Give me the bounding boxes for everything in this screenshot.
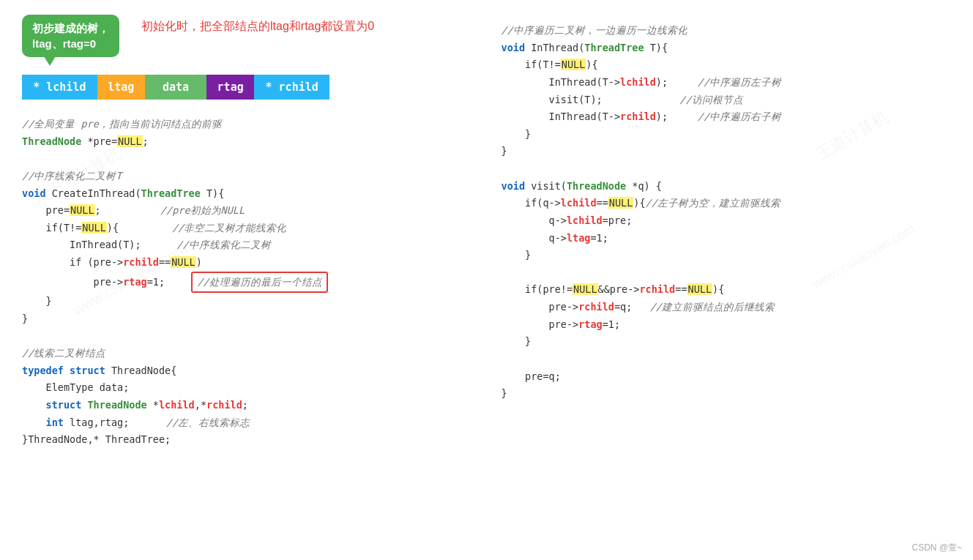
r-blank2: [502, 264, 952, 282]
r-line13: if(pre!=NULL&&pre->rchild==NULL){: [502, 281, 952, 299]
cell-ltag: ltag: [97, 75, 145, 100]
code-comment6: //线索二叉树结点: [22, 345, 472, 362]
code-line11: ElemType data;: [22, 379, 472, 397]
code-line3: pre=NULL; //pre初始为NULL: [22, 202, 472, 220]
left-panel: 王道计算机 www.cskaoyan.com 初步建成的树， ltag、rtag…: [22, 15, 472, 545]
r-blank1: [502, 160, 952, 178]
right-code: //中序遍历二叉树，一边遍历一边线索化 void InThread(Thread…: [502, 22, 952, 403]
code-line10: typedef struct ThreadNode{: [22, 362, 472, 380]
r-line7: }: [502, 143, 952, 160]
bubble-line2: ltag、rtag=0: [32, 37, 96, 50]
csdn-badge: CSDN @萱~: [912, 542, 962, 554]
left-code: //全局变量 pre，指向当前访问结点的前驱 ThreadNode *pre=N…: [22, 116, 472, 449]
code-line9: }: [22, 310, 472, 328]
bubble: 初步建成的树， ltag、rtag=0: [22, 15, 119, 57]
r-line17: pre=q;: [502, 368, 952, 386]
bubble-row: 初步建成的树， ltag、rtag=0 初始化时，把全部结点的ltag和rtag…: [22, 15, 472, 63]
r-line15: pre->rtag=1;: [502, 316, 952, 334]
bubble-line1: 初步建成的树，: [32, 22, 109, 34]
r-line4: visit(T); //访问根节点: [502, 92, 952, 109]
r-line10: q->lchild=pre;: [502, 212, 952, 230]
code-comment2: //中序线索化二叉树T: [22, 168, 472, 185]
r-line8: void visit(ThreadNode *q) {: [502, 178, 952, 195]
r-line16: }: [502, 333, 952, 351]
cell-lchild: * lchild: [22, 75, 97, 100]
code-line8: }: [22, 293, 472, 310]
r-line18: }: [502, 385, 952, 403]
r-blank3: [502, 351, 952, 368]
cell-rchild: * rchild: [254, 75, 329, 100]
code-line2: void CreateInThread(ThreadTree T){: [22, 185, 472, 203]
code-blank1: [22, 150, 472, 168]
r-line3: InThread(T->lchild); //中序遍历左子树: [502, 74, 952, 92]
r-line14: pre->rchild=q; //建立前驱结点的后继线索: [502, 299, 952, 316]
cell-data: data: [145, 75, 206, 100]
code-line13: int ltag,rtag; //左、右线索标志: [22, 414, 472, 432]
code-line14: }ThreadNode,* ThreadTree;: [22, 431, 472, 449]
code-blank2: [22, 328, 472, 346]
r-line12: }: [502, 247, 952, 264]
r-line6: }: [502, 126, 952, 143]
r-line1: void InThread(ThreadTree T){: [502, 40, 952, 57]
code-line7: pre->rtag=1; //处理遍历的最后一个结点: [22, 272, 472, 294]
code-line5: InThread(T); //中序线索化二叉树: [22, 236, 472, 254]
cell-rtag: rtag: [206, 75, 254, 100]
code-comment1: //全局变量 pre，指向当前访问结点的前驱: [22, 116, 472, 133]
r-line9: if(q->lchild==NULL){//左子树为空，建立前驱线索: [502, 195, 952, 212]
code-line6: if (pre->rchild==NULL): [22, 254, 472, 272]
r-comment1: //中序遍历二叉树，一边遍历一边线索化: [502, 22, 952, 40]
r-line11: q->ltag=1;: [502, 230, 952, 247]
r-line5: InThread(T->rchild); //中序遍历右子树: [502, 108, 952, 126]
code-line4: if(T!=NULL){ //非空二叉树才能线索化: [22, 220, 472, 237]
code-line12: struct ThreadNode *lchild,*rchild;: [22, 397, 472, 414]
comment-box: //处理遍历的最后一个结点: [191, 272, 327, 294]
init-text: 初始化时，把全部结点的ltag和rtag都设置为0: [141, 19, 374, 34]
right-panel: 王道计算机 www.cskaoyan.com //中序遍历二叉树，一边遍历一边线…: [502, 15, 952, 545]
node-table: * lchild ltag data rtag * rchild: [22, 75, 329, 100]
r-line2: if(T!=NULL){: [502, 56, 952, 74]
code-line1: ThreadNode *pre=NULL;: [22, 133, 472, 151]
main-container: 王道计算机 www.cskaoyan.com 初步建成的树， ltag、rtag…: [0, 0, 973, 560]
